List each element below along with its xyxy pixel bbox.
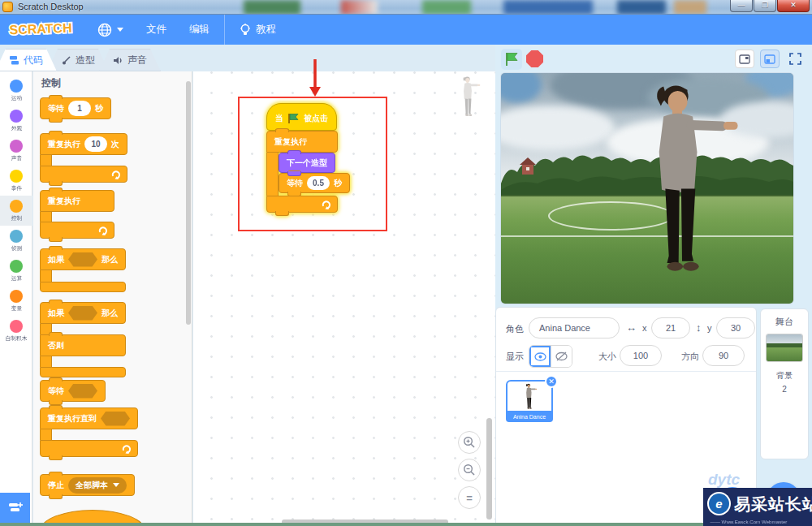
small-stage-icon xyxy=(739,54,750,64)
direction-input[interactable]: 90 xyxy=(702,345,745,366)
small-stage-layout-button[interactable] xyxy=(735,50,754,68)
block-input[interactable]: 10 xyxy=(84,136,107,152)
scratch-logo[interactable]: SCRATCH xyxy=(6,18,75,42)
palette-block-stop[interactable]: 停止 全部脚本 xyxy=(40,474,135,496)
backdrops-label: 背景 xyxy=(761,370,808,382)
close-button[interactable]: ✕ xyxy=(777,0,810,12)
zoom-in-icon xyxy=(463,436,476,449)
menu-file[interactable]: 文件 xyxy=(135,15,178,45)
palette-header: 控制 xyxy=(41,76,61,90)
operators-dot-icon xyxy=(10,260,23,273)
direction-label: 方向 xyxy=(681,351,699,363)
category-motion[interactable]: 运动 xyxy=(0,75,32,106)
category-control[interactable]: 控制 xyxy=(0,196,32,226)
editor-tabs: 代码 造型 声音 xyxy=(5,49,161,71)
green-flag-button[interactable] xyxy=(501,49,522,70)
x-position-input[interactable]: 21 xyxy=(651,317,690,338)
sprite-anina-dance[interactable] xyxy=(623,81,741,284)
watermark-title: 易采站长站 xyxy=(734,494,812,515)
category-myblocks[interactable]: 自制积木 xyxy=(0,316,32,346)
script-vertical-scrollbar[interactable] xyxy=(486,418,492,520)
tab-costumes[interactable]: 造型 xyxy=(47,49,109,71)
palette-scrollbar[interactable] xyxy=(186,81,191,325)
normal-stage-layout-button[interactable] xyxy=(760,50,780,68)
category-events[interactable]: 事件 xyxy=(0,166,32,196)
annotation-highlight-box xyxy=(238,97,387,231)
eye-icon xyxy=(534,352,546,361)
tab-code[interactable]: 代码 xyxy=(0,49,57,71)
brush-icon xyxy=(61,55,71,66)
fullscreen-button[interactable] xyxy=(785,50,805,68)
delete-sprite-button[interactable]: ✕ xyxy=(545,375,558,388)
stage-panel-region: 角色 Anina Dance ↔ x 21 ↕ y 30 显示 xyxy=(495,45,812,526)
fullscreen-icon xyxy=(789,53,801,65)
watermark-subtitle: —— Www.Easck.Com Webmaster xyxy=(710,519,787,524)
desktop-blur xyxy=(244,0,300,15)
boolean-slot[interactable] xyxy=(101,412,130,426)
events-dot-icon xyxy=(10,170,23,183)
scratch-desktop-window: Scratch Desktop — ❐ ✕ SCRATCH 文件 编辑 xyxy=(0,0,812,526)
palette-block-repeat-until[interactable]: 重复执行直到 xyxy=(40,407,138,457)
boolean-slot[interactable] xyxy=(68,384,97,399)
category-label: 自制积木 xyxy=(6,334,28,342)
menu-divider xyxy=(224,15,225,45)
zoom-out-icon xyxy=(463,463,476,476)
window-title: Scratch Desktop xyxy=(18,2,84,11)
menu-edit[interactable]: 编辑 xyxy=(178,15,221,45)
y-position-input[interactable]: 30 xyxy=(716,317,755,338)
stage-selector-card[interactable]: 舞台 背景 2 xyxy=(760,308,809,459)
minimize-button[interactable]: — xyxy=(730,0,753,12)
boolean-slot[interactable] xyxy=(68,306,97,321)
sprite-item-name: Anina Dance xyxy=(506,411,553,422)
category-sound[interactable]: 声音 xyxy=(0,136,32,166)
motion-dot-icon xyxy=(10,80,23,93)
variables-dot-icon xyxy=(10,290,23,303)
block-input[interactable]: 1 xyxy=(68,101,91,116)
category-operators[interactable]: 运算 xyxy=(0,256,32,286)
hide-sprite-button[interactable] xyxy=(551,346,572,367)
palette-block-wait-until[interactable]: 等待 xyxy=(40,380,106,402)
palette-block-if-else[interactable]: 如果 那么 否则 xyxy=(40,302,126,377)
desktop-blur xyxy=(341,0,378,15)
language-selector[interactable] xyxy=(86,15,135,45)
loop-arrow-icon xyxy=(121,444,132,454)
palette-block-repeat[interactable]: 重复执行 10 次 xyxy=(40,133,127,183)
stop-button[interactable] xyxy=(526,50,543,67)
tab-costumes-label: 造型 xyxy=(76,54,95,67)
maximize-button[interactable]: ❐ xyxy=(754,0,776,12)
watermark-banner: e 易采站长站 —— Www.Easck.Com Webmaster xyxy=(703,488,812,526)
block-label: 那么 xyxy=(102,254,118,265)
block-label: 重复执行直到 xyxy=(48,413,97,425)
block-label: 次 xyxy=(111,139,119,150)
add-extension-button[interactable] xyxy=(0,493,30,524)
desktop-blur xyxy=(503,0,593,15)
speaker-icon xyxy=(113,55,123,66)
divider xyxy=(496,371,756,372)
menu-tutorials[interactable]: 教程 xyxy=(228,15,287,45)
zoom-in-button[interactable] xyxy=(458,431,481,454)
tab-sounds-label: 声音 xyxy=(127,54,147,67)
boolean-slot[interactable] xyxy=(68,252,97,267)
category-variables[interactable]: 变量 xyxy=(0,286,32,316)
desktop-blur xyxy=(617,0,666,15)
block-label: 秒 xyxy=(95,103,103,114)
palette-block-forever[interactable]: 重复执行 xyxy=(40,190,114,239)
looks-dot-icon xyxy=(10,110,23,123)
palette-block-if[interactable]: 如果 那么 xyxy=(40,248,126,292)
category-sensing[interactable]: 侦测 xyxy=(0,226,32,256)
zoom-out-button[interactable] xyxy=(458,459,481,481)
show-sprite-button[interactable] xyxy=(529,346,551,367)
tab-sounds[interactable]: 声音 xyxy=(99,49,161,71)
eye-slash-icon xyxy=(555,351,568,361)
stop-dropdown[interactable]: 全部脚本 xyxy=(68,477,127,494)
size-input[interactable]: 100 xyxy=(620,345,662,366)
palette-block-wait[interactable]: 等待 1 秒 xyxy=(40,97,111,119)
sprite-label: 角色 xyxy=(506,323,524,335)
sprite-name-input[interactable]: Anina Dance xyxy=(529,317,620,338)
category-label: 运算 xyxy=(11,274,22,282)
zoom-reset-button[interactable]: = xyxy=(458,486,481,509)
x-position-icon: ↔ xyxy=(626,321,637,334)
sprite-list-item-anina[interactable]: ✕ Anina Dance xyxy=(506,380,553,422)
category-looks[interactable]: 外观 xyxy=(0,106,32,136)
category-label: 外观 xyxy=(11,124,22,132)
